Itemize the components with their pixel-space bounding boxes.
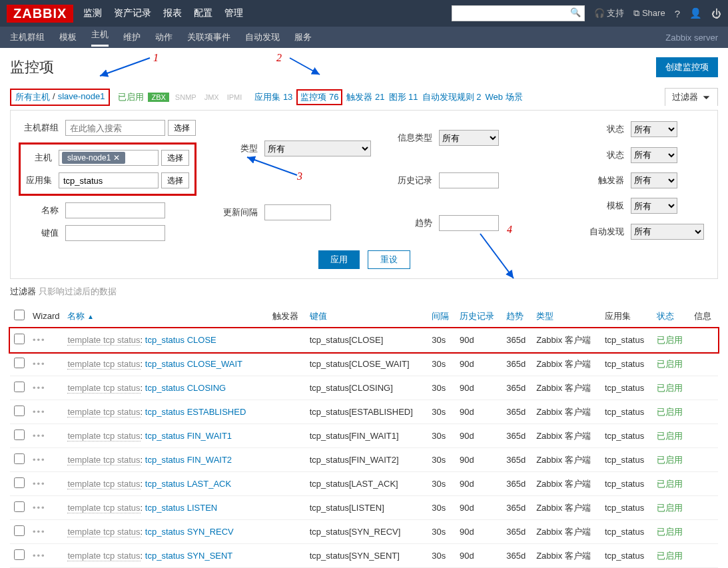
template-prefix[interactable]: template tcp status xyxy=(67,431,140,441)
host-select-button[interactable]: 选择 xyxy=(161,150,189,166)
menu-item[interactable]: 配置 xyxy=(194,7,212,19)
template-select[interactable]: 所有 xyxy=(631,198,677,214)
subnav-item[interactable]: 关联项事件 xyxy=(187,31,230,43)
apps-link[interactable]: 应用集 13 xyxy=(254,91,292,103)
col-name[interactable]: 名称 ▲ xyxy=(67,311,94,321)
subnav-item[interactable]: 服务 xyxy=(294,31,312,43)
wizard-icon[interactable]: ••• xyxy=(33,503,46,513)
create-item-button[interactable]: 创建监控项 xyxy=(656,57,718,77)
menu-item[interactable]: 管理 xyxy=(224,7,243,19)
status-link[interactable]: 已启用 xyxy=(657,503,683,513)
user-icon[interactable]: 👤 xyxy=(689,7,702,19)
filter-tab[interactable]: 过滤器 ⏷ xyxy=(665,88,718,106)
template-prefix[interactable]: template tcp status xyxy=(67,359,140,370)
triggers-link[interactable]: 触发器 21 xyxy=(346,91,384,103)
discovery-link[interactable]: 自动发现规则 2 xyxy=(422,91,482,103)
row-checkbox[interactable] xyxy=(14,406,25,416)
share-link[interactable]: ⧉ Share xyxy=(633,8,665,19)
state-select[interactable]: 所有 xyxy=(631,121,677,137)
item-name-link[interactable]: tcp_status SYN_SENT xyxy=(145,551,233,561)
all-hosts-link[interactable]: 所有主机 xyxy=(15,91,50,103)
item-name-link[interactable]: tcp_status LISTEN xyxy=(145,503,217,513)
template-prefix[interactable]: template tcp status xyxy=(67,335,140,346)
subnav-item[interactable]: 模板 xyxy=(59,31,77,43)
row-checkbox[interactable] xyxy=(14,477,25,488)
name-input[interactable] xyxy=(65,202,165,218)
subnav-item[interactable]: 维护 xyxy=(123,31,141,43)
status-link[interactable]: 已启用 xyxy=(657,335,683,345)
col-interval[interactable]: 间隔 xyxy=(432,311,449,321)
subnav-item[interactable]: 主机群组 xyxy=(10,31,45,43)
logo[interactable]: ZABBIX xyxy=(7,5,73,23)
status-link[interactable]: 已启用 xyxy=(657,455,683,465)
row-checkbox[interactable] xyxy=(14,501,25,512)
apply-button[interactable]: 应用 xyxy=(318,250,360,269)
status-link[interactable]: 已启用 xyxy=(657,431,683,441)
host-pill[interactable]: slave-node1 ✕ xyxy=(62,152,125,164)
support-link[interactable]: 🎧 支持 xyxy=(594,7,625,19)
discovery-select[interactable]: 所有 xyxy=(631,224,704,240)
item-name-link[interactable]: tcp_status CLOSING xyxy=(145,383,226,393)
trends-input[interactable] xyxy=(439,215,499,231)
col-trends[interactable]: 趋势 xyxy=(506,311,524,321)
template-prefix[interactable]: template tcp status xyxy=(67,503,140,513)
item-name-link[interactable]: tcp_status CLOSE_WAIT xyxy=(145,359,242,369)
infotype-select[interactable]: 所有 xyxy=(439,130,499,146)
row-checkbox[interactable] xyxy=(14,525,25,536)
status-link[interactable]: 已启用 xyxy=(657,527,683,537)
item-name-link[interactable]: tcp_status ESTABLISHED xyxy=(145,407,246,417)
wizard-icon[interactable]: ••• xyxy=(33,551,46,561)
template-prefix[interactable]: template tcp status xyxy=(67,479,140,489)
graphs-link[interactable]: 图形 11 xyxy=(389,91,418,103)
key-input[interactable] xyxy=(65,225,165,241)
hostgroup-select-button[interactable]: 选择 xyxy=(168,120,196,136)
template-prefix[interactable]: template tcp status xyxy=(67,551,140,561)
help-icon[interactable]: ? xyxy=(675,8,680,19)
select-all-checkbox[interactable] xyxy=(14,310,25,320)
col-history[interactable]: 历史记录 xyxy=(460,311,494,321)
app-input[interactable] xyxy=(59,172,159,188)
row-checkbox[interactable] xyxy=(14,382,25,392)
type-select[interactable]: 所有 xyxy=(264,141,371,156)
host-link[interactable]: slave-node1 xyxy=(58,91,105,103)
status-select[interactable]: 所有 xyxy=(631,147,677,163)
menu-item[interactable]: 资产记录 xyxy=(114,7,151,19)
wizard-icon[interactable]: ••• xyxy=(33,407,46,417)
app-select-button[interactable]: 选择 xyxy=(161,172,189,188)
close-icon[interactable]: ✕ xyxy=(113,153,120,162)
status-link[interactable]: 已启用 xyxy=(657,479,683,489)
col-key[interactable]: 键值 xyxy=(310,311,327,321)
reset-button[interactable]: 重设 xyxy=(368,250,410,269)
items-link[interactable]: 监控项 76 xyxy=(296,89,342,105)
power-icon[interactable]: ⏻ xyxy=(711,8,721,19)
status-link[interactable]: 已启用 xyxy=(657,551,683,561)
row-checkbox[interactable] xyxy=(14,453,25,464)
subnav-item[interactable]: 主机 xyxy=(91,29,109,47)
menu-item[interactable]: 监测 xyxy=(83,7,102,19)
web-link[interactable]: Web 场景 xyxy=(485,91,522,103)
history-input[interactable] xyxy=(439,172,499,188)
wizard-icon[interactable]: ••• xyxy=(33,431,46,441)
wizard-icon[interactable]: ••• xyxy=(33,479,46,489)
menu-item[interactable]: 报表 xyxy=(163,7,182,19)
row-checkbox[interactable] xyxy=(14,334,25,344)
search-input[interactable] xyxy=(452,5,585,21)
row-checkbox[interactable] xyxy=(14,549,25,560)
item-name-link[interactable]: tcp_status FIN_WAIT2 xyxy=(145,455,232,465)
item-name-link[interactable]: tcp_status FIN_WAIT1 xyxy=(145,431,232,441)
item-name-link[interactable]: tcp_status SYN_RECV xyxy=(145,527,234,537)
wizard-icon[interactable]: ••• xyxy=(33,383,46,393)
trigger-select[interactable]: 所有 xyxy=(631,172,677,188)
template-prefix[interactable]: template tcp status xyxy=(67,407,140,418)
col-type[interactable]: 类型 xyxy=(536,311,553,321)
col-status[interactable]: 状态 xyxy=(657,311,674,321)
subnav-item[interactable]: 动作 xyxy=(155,31,173,43)
row-checkbox[interactable] xyxy=(14,358,25,368)
status-link[interactable]: 已启用 xyxy=(657,359,683,369)
interval-input[interactable] xyxy=(264,204,331,220)
item-name-link[interactable]: tcp_status CLOSE xyxy=(145,335,216,345)
wizard-icon[interactable]: ••• xyxy=(33,359,46,369)
wizard-icon[interactable]: ••• xyxy=(33,527,46,537)
subnav-item[interactable]: 自动发现 xyxy=(245,31,280,43)
template-prefix[interactable]: template tcp status xyxy=(67,383,140,394)
